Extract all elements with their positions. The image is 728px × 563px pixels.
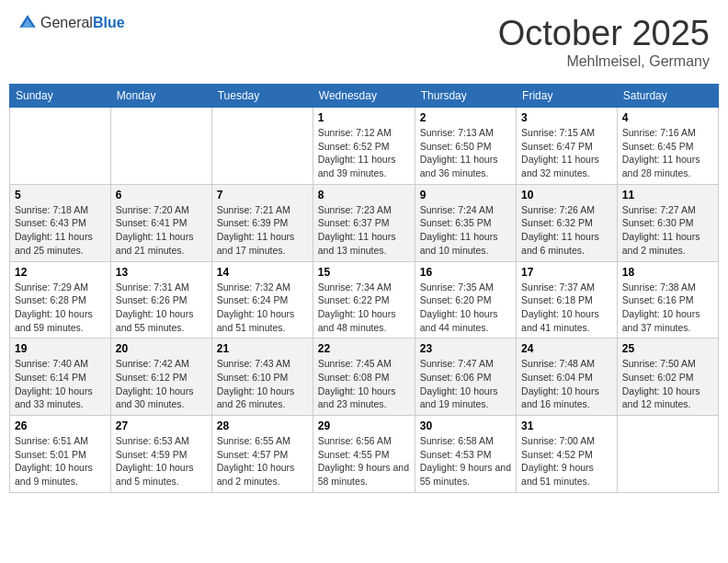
week-row-1: 1Sunrise: 7:12 AM Sunset: 6:52 PM Daylig… [10,108,719,185]
day-info: Sunrise: 7:24 AM Sunset: 6:35 PM Dayligh… [420,203,511,258]
calendar-cell: 28Sunrise: 6:55 AM Sunset: 4:57 PM Dayli… [211,416,313,493]
calendar-cell: 31Sunrise: 7:00 AM Sunset: 4:52 PM Dayli… [517,416,618,493]
calendar-cell: 13Sunrise: 7:31 AM Sunset: 6:26 PM Dayli… [110,261,211,339]
logo-text-blue: Blue [93,15,125,30]
calendar-cell: 3Sunrise: 7:15 AM Sunset: 6:47 PM Daylig… [517,108,618,185]
day-info: Sunrise: 7:26 AM Sunset: 6:32 PM Dayligh… [521,203,612,258]
day-number: 10 [521,189,612,201]
calendar-cell: 29Sunrise: 6:56 AM Sunset: 4:55 PM Dayli… [313,416,415,493]
day-info: Sunrise: 7:35 AM Sunset: 6:20 PM Dayligh… [420,281,511,335]
day-info: Sunrise: 7:32 AM Sunset: 6:24 PM Dayligh… [217,281,308,335]
calendar-cell: 10Sunrise: 7:26 AM Sunset: 6:32 PM Dayli… [517,184,618,261]
week-row-4: 19Sunrise: 7:40 AM Sunset: 6:14 PM Dayli… [10,339,719,416]
day-number: 14 [217,266,308,279]
day-number: 12 [15,266,106,279]
day-number: 24 [521,342,612,355]
logo-text-general: General [40,15,93,30]
calendar-cell: 18Sunrise: 7:38 AM Sunset: 6:16 PM Dayli… [617,261,718,339]
day-number: 23 [420,342,511,355]
calendar-cell: 1Sunrise: 7:12 AM Sunset: 6:52 PM Daylig… [313,108,415,185]
calendar-cell: 17Sunrise: 7:37 AM Sunset: 6:18 PM Dayli… [517,261,618,339]
page-header: GeneralBlue October 2025 Mehlmeisel, Ger… [9,9,719,75]
day-info: Sunrise: 6:58 AM Sunset: 4:53 PM Dayligh… [420,434,511,488]
calendar-cell: 9Sunrise: 7:24 AM Sunset: 6:35 PM Daylig… [415,184,516,261]
day-header-saturday: Saturday [617,85,718,108]
day-number: 20 [116,342,207,355]
logo: GeneralBlue [18,14,125,32]
calendar-cell [617,416,718,493]
day-info: Sunrise: 7:12 AM Sunset: 6:52 PM Dayligh… [318,126,410,180]
day-number: 5 [15,189,106,201]
day-number: 21 [217,342,308,355]
day-info: Sunrise: 6:53 AM Sunset: 4:59 PM Dayligh… [116,434,207,488]
calendar-cell: 8Sunrise: 7:23 AM Sunset: 6:37 PM Daylig… [313,184,415,261]
day-info: Sunrise: 6:55 AM Sunset: 4:57 PM Dayligh… [217,434,308,488]
calendar-cell: 27Sunrise: 6:53 AM Sunset: 4:59 PM Dayli… [110,416,211,493]
calendar-cell: 4Sunrise: 7:16 AM Sunset: 6:45 PM Daylig… [617,108,718,185]
day-header-monday: Monday [110,85,211,108]
day-number: 9 [420,189,511,201]
day-info: Sunrise: 7:21 AM Sunset: 6:39 PM Dayligh… [217,203,308,258]
day-number: 27 [116,419,207,432]
day-info: Sunrise: 7:34 AM Sunset: 6:22 PM Dayligh… [318,281,410,335]
calendar-cell: 11Sunrise: 7:27 AM Sunset: 6:30 PM Dayli… [617,184,718,261]
day-number: 1 [318,111,410,124]
calendar-cell: 2Sunrise: 7:13 AM Sunset: 6:50 PM Daylig… [415,108,516,185]
day-number: 25 [622,342,713,355]
calendar-cell: 15Sunrise: 7:34 AM Sunset: 6:22 PM Dayli… [313,261,415,339]
calendar-cell: 22Sunrise: 7:45 AM Sunset: 6:08 PM Dayli… [313,339,415,416]
day-number: 3 [521,111,612,124]
day-info: Sunrise: 7:48 AM Sunset: 6:04 PM Dayligh… [521,357,612,411]
logo-icon [18,14,37,32]
day-info: Sunrise: 7:38 AM Sunset: 6:16 PM Dayligh… [622,281,713,335]
day-number: 16 [420,266,511,279]
day-info: Sunrise: 7:45 AM Sunset: 6:08 PM Dayligh… [318,357,410,411]
day-header-friday: Friday [517,85,618,108]
calendar-cell: 7Sunrise: 7:21 AM Sunset: 6:39 PM Daylig… [211,184,313,261]
day-header-sunday: Sunday [10,85,111,108]
day-info: Sunrise: 7:13 AM Sunset: 6:50 PM Dayligh… [420,126,511,180]
calendar-cell: 14Sunrise: 7:32 AM Sunset: 6:24 PM Dayli… [211,261,313,339]
day-number: 28 [217,419,308,432]
day-number: 11 [622,189,713,201]
day-info: Sunrise: 6:56 AM Sunset: 4:55 PM Dayligh… [318,434,410,488]
calendar-cell: 30Sunrise: 6:58 AM Sunset: 4:53 PM Dayli… [415,416,516,493]
calendar-cell: 25Sunrise: 7:50 AM Sunset: 6:02 PM Dayli… [617,339,718,416]
calendar-cell: 26Sunrise: 6:51 AM Sunset: 5:01 PM Dayli… [10,416,111,493]
day-number: 18 [622,266,713,279]
calendar-cell: 5Sunrise: 7:18 AM Sunset: 6:43 PM Daylig… [10,184,111,261]
week-row-3: 12Sunrise: 7:29 AM Sunset: 6:28 PM Dayli… [10,261,719,339]
day-number: 15 [318,266,410,279]
day-number: 19 [15,342,106,355]
day-number: 17 [521,266,612,279]
day-info: Sunrise: 7:37 AM Sunset: 6:18 PM Dayligh… [521,281,612,335]
calendar-header-row: SundayMondayTuesdayWednesdayThursdayFrid… [10,85,719,108]
calendar-subtitle: Mehlmeisel, Germany [498,53,710,70]
calendar-cell: 16Sunrise: 7:35 AM Sunset: 6:20 PM Dayli… [415,261,516,339]
calendar-cell: 23Sunrise: 7:47 AM Sunset: 6:06 PM Dayli… [415,339,516,416]
calendar-cell: 19Sunrise: 7:40 AM Sunset: 6:14 PM Dayli… [10,339,111,416]
calendar-cell: 6Sunrise: 7:20 AM Sunset: 6:41 PM Daylig… [110,184,211,261]
day-number: 13 [116,266,207,279]
day-info: Sunrise: 7:16 AM Sunset: 6:45 PM Dayligh… [622,126,713,180]
day-number: 31 [521,419,612,432]
day-info: Sunrise: 7:20 AM Sunset: 6:41 PM Dayligh… [116,203,207,258]
day-info: Sunrise: 7:18 AM Sunset: 6:43 PM Dayligh… [15,203,106,258]
calendar-cell: 21Sunrise: 7:43 AM Sunset: 6:10 PM Dayli… [211,339,313,416]
day-header-tuesday: Tuesday [211,85,313,108]
calendar-cell [211,108,313,185]
day-info: Sunrise: 7:47 AM Sunset: 6:06 PM Dayligh… [420,357,511,411]
calendar-cell: 24Sunrise: 7:48 AM Sunset: 6:04 PM Dayli… [517,339,618,416]
day-info: Sunrise: 7:29 AM Sunset: 6:28 PM Dayligh… [15,281,106,335]
day-info: Sunrise: 7:42 AM Sunset: 6:12 PM Dayligh… [116,357,207,411]
calendar-table: SundayMondayTuesdayWednesdayThursdayFrid… [9,84,719,493]
day-number: 8 [318,189,410,201]
day-info: Sunrise: 7:00 AM Sunset: 4:52 PM Dayligh… [521,434,612,488]
day-number: 7 [217,189,308,201]
day-number: 26 [15,419,106,432]
day-number: 4 [622,111,713,124]
day-info: Sunrise: 6:51 AM Sunset: 5:01 PM Dayligh… [15,434,106,488]
week-row-5: 26Sunrise: 6:51 AM Sunset: 5:01 PM Dayli… [10,416,719,493]
calendar-cell [10,108,111,185]
calendar-title: October 2025 [498,14,710,53]
